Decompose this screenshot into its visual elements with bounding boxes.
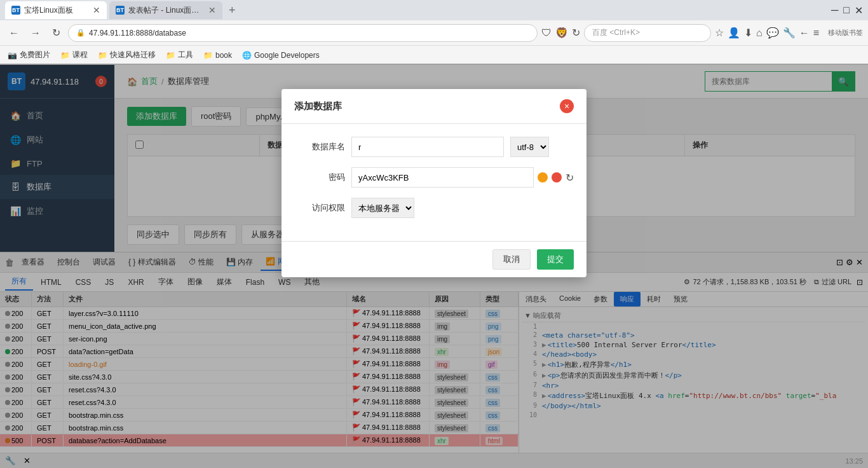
db-name-row: 数据库名 utf-8 gbk [294,137,574,157]
tools-label: 工具 [178,50,193,60]
add-database-modal: 添加数据库 × 数据库名 utf-8 gbk 密码 [281,89,587,277]
close-button[interactable]: ✕ [855,4,863,17]
password-row: 密码 ↻ [294,167,574,188]
search-box[interactable]: 百度 <Ctrl+K> [584,24,711,42]
modal-body: 数据库名 utf-8 gbk 密码 ↻ [281,124,587,241]
maximize-button[interactable]: □ [843,4,850,16]
message-icon[interactable]: 💬 [766,27,779,39]
book-icon: 📁 [203,51,213,60]
modal-title: 添加数据库 [294,100,342,113]
back2-icon[interactable]: ← [799,27,810,39]
nav-icons: 🛡 🦁 ↻ [541,27,580,39]
tab-2-close[interactable]: ✕ [208,5,216,15]
tab-1-favicon: BT [11,6,20,15]
title-bar: BT 宝塔Linux面板 ✕ BT 发表帖子 - Linux面板 - 宝塔...… [0,0,868,20]
tab-2[interactable]: BT 发表帖子 - Linux面板 - 宝塔... ✕ [109,1,222,19]
db-name-label: 数据库名 [294,141,345,153]
back-button[interactable]: ← [5,26,23,40]
brave-icon: 🦁 [555,27,568,39]
images-label: 免费图片 [20,50,50,60]
bookmark-tools[interactable]: 📁 工具 [163,48,196,62]
password-wrap: ↻ [351,167,574,188]
cancel-button[interactable]: 取消 [492,249,531,270]
access-select[interactable]: 本地服务器 所有人 自定义 [351,198,414,218]
pwd-strength-red-dot [552,172,562,182]
book-label: book [215,51,232,60]
password-input[interactable] [351,167,534,188]
bookmark-book[interactable]: 📁 book [201,50,234,61]
modal-footer: 取消 提交 [281,241,587,277]
bookmark-style[interactable]: 📁 快速风格迁移 [95,48,158,62]
tab-1-close[interactable]: ✕ [93,5,100,15]
menu-icon[interactable]: ≡ [813,27,819,39]
address-bar[interactable]: 🔒 47.94.91.118:8888/database [68,24,538,42]
refresh-icon[interactable]: ↻ [572,27,580,39]
window-controls: ─ □ ✕ [831,4,863,17]
extensions-icon[interactable]: 🔧 [783,27,796,39]
download-icon[interactable]: ⬇ [744,27,752,39]
address-text: 47.94.91.118:8888/database [89,29,529,38]
tools-icon: 📁 [166,51,175,60]
home-icon[interactable]: ⌂ [756,27,763,39]
images-icon: 📷 [8,51,17,60]
account-icon[interactable]: 👤 [728,27,740,39]
style-icon: 📁 [98,51,107,60]
nav-bar: ← → ↻ 🔒 47.94.91.118:8888/database 🛡 🦁 ↻… [0,20,868,46]
modal-overlay: 添加数据库 × 数据库名 utf-8 gbk 密码 [0,65,868,468]
course-label: 课程 [72,50,88,60]
modal-header: 添加数据库 × [281,89,587,124]
mobile-bookmark-label: 移动版书签 [828,28,863,38]
charset-select[interactable]: utf-8 gbk [510,137,549,157]
minimize-button[interactable]: ─ [831,4,838,16]
search-placeholder: 百度 <Ctrl+K> [592,27,640,38]
browser-actions: ☆ 👤 ⬇ ⌂ 💬 🔧 ← ≡ [715,27,819,39]
db-name-input[interactable] [351,137,504,157]
submit-button[interactable]: 提交 [537,249,574,270]
password-label: 密码 [294,172,345,183]
google-label: Google Developers [254,51,320,60]
tab-1-title: 宝塔Linux面板 [24,5,89,16]
style-label: 快速风格迁移 [110,50,156,60]
reload-button[interactable]: ↻ [48,25,64,40]
modal-close-button[interactable]: × [560,99,574,113]
new-tab-button[interactable]: + [225,4,240,17]
bookmark-images[interactable]: 📷 免费图片 [5,48,53,62]
access-row: 访问权限 本地服务器 所有人 自定义 [294,198,574,218]
tab-2-title: 发表帖子 - Linux面板 - 宝塔... [128,5,205,16]
refresh-password-button[interactable]: ↻ [566,172,574,184]
bookmarks-bar: 📷 免费图片 📁 课程 📁 快速风格迁移 📁 工具 📁 book 🌐 Googl… [0,46,868,65]
star-icon[interactable]: ☆ [715,27,724,39]
bookmark-google[interactable]: 🌐 Google Developers [240,50,322,61]
tab-1[interactable]: BT 宝塔Linux面板 ✕ [5,1,107,19]
access-label: 访问权限 [294,202,345,214]
forward-button[interactable]: → [27,26,44,40]
tab-2-favicon: BT [116,6,125,15]
lock-icon: 🔒 [76,29,85,37]
bookmark-course[interactable]: 📁 课程 [58,48,90,62]
browser-window: BT 宝塔Linux面板 ✕ BT 发表帖子 - Linux面板 - 宝塔...… [0,0,868,468]
google-icon: 🌐 [242,51,252,60]
shield-icon: 🛡 [541,27,552,39]
course-icon: 📁 [60,51,70,60]
pwd-strength-orange-dot [538,172,548,182]
